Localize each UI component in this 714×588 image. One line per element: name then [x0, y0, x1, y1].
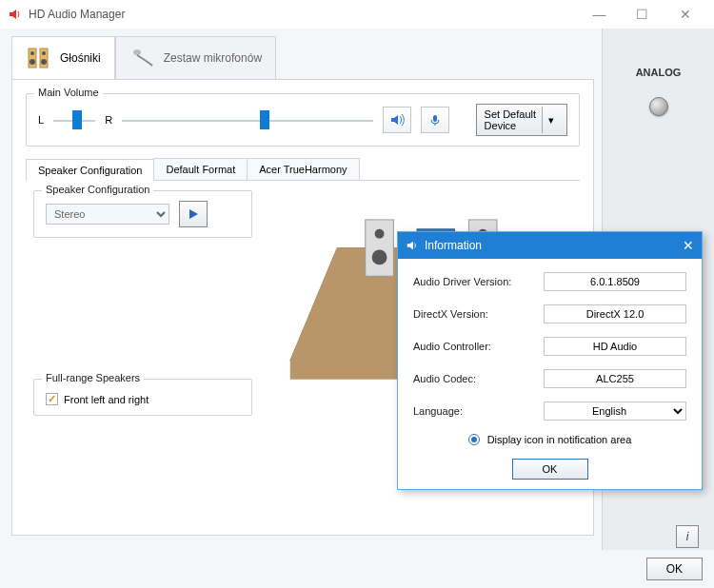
tab-default-format[interactable]: Default Format: [153, 158, 248, 180]
svg-point-3: [42, 51, 46, 55]
device-tab-mics[interactable]: Zestaw mikrofonów: [115, 36, 276, 79]
main-volume-legend: Main Volume: [34, 87, 103, 98]
main-ok-button[interactable]: OK: [646, 558, 703, 580]
balance-right-label: R: [105, 114, 112, 126]
chevron-down-icon[interactable]: ▾: [542, 107, 559, 133]
language-select[interactable]: English: [544, 402, 686, 421]
svg-point-14: [372, 250, 387, 265]
driver-version-label: Audio Driver Version:: [413, 276, 544, 287]
audio-codec-value: ALC255: [544, 369, 686, 388]
maximize-button[interactable]: ☐: [621, 7, 664, 22]
information-dialog: Information ✕ Audio Driver Version:6.0.1…: [397, 231, 703, 490]
close-button[interactable]: ✕: [664, 7, 706, 22]
svg-point-6: [133, 49, 141, 55]
front-lr-checkbox-row[interactable]: ✓ Front left and right: [46, 393, 240, 405]
svg-point-2: [30, 51, 34, 55]
svg-point-4: [30, 59, 35, 65]
app-speaker-icon: [8, 7, 23, 22]
svg-rect-10: [366, 220, 394, 276]
volume-icon: [389, 112, 405, 127]
window-title: HD Audio Manager: [29, 8, 125, 21]
device-tab-label: Głośniki: [60, 51, 101, 65]
dialog-ok-button[interactable]: OK: [512, 459, 588, 480]
tab-speaker-configuration[interactable]: Speaker Configuration: [26, 159, 154, 181]
mute-button[interactable]: [421, 107, 449, 133]
device-tab-label: Zestaw mikrofonów: [164, 51, 262, 65]
mic-mute-icon: [428, 113, 442, 127]
balance-slider[interactable]: [53, 108, 95, 131]
driver-version-value: 6.0.1.8509: [544, 272, 686, 291]
checkbox-checked-icon: ✓: [46, 393, 58, 405]
speaker-config-select[interactable]: Stereo: [46, 204, 169, 225]
analog-jack[interactable]: [649, 97, 668, 116]
svg-rect-7: [433, 115, 437, 122]
analog-label: ANALOG: [603, 67, 714, 78]
audio-controller-value: HD Audio: [544, 337, 686, 356]
audio-controller-label: Audio Controller:: [413, 341, 544, 352]
info-button[interactable]: i: [676, 525, 699, 548]
dialog-title: Information: [425, 239, 482, 252]
app-speaker-icon: [406, 239, 419, 252]
titlebar: HD Audio Manager — ☐ ✕: [0, 0, 714, 29]
svg-point-5: [41, 59, 47, 65]
tab-trueharmony[interactable]: Acer TrueHarmony: [247, 158, 359, 180]
speaker-config-legend: Speaker Configuration: [42, 184, 153, 195]
play-icon: [187, 207, 200, 221]
minimize-button[interactable]: —: [578, 7, 621, 22]
notification-label: Display icon in notification area: [487, 434, 632, 445]
balance-left-label: L: [38, 114, 44, 126]
directx-version-value: DirectX 12.0: [544, 304, 686, 323]
play-test-button[interactable]: [179, 201, 208, 227]
device-tab-speakers[interactable]: Głośniki: [11, 36, 115, 79]
set-default-button[interactable]: Set Default Device ▾: [476, 104, 567, 136]
dialog-close-button[interactable]: ✕: [683, 238, 694, 253]
volume-slider[interactable]: [122, 108, 373, 131]
sound-test-button[interactable]: [383, 107, 411, 133]
directx-version-label: DirectX Version:: [413, 308, 544, 320]
full-range-legend: Full-range Speakers: [42, 372, 144, 383]
microphone-icon: [129, 47, 156, 69]
language-label: Language:: [413, 405, 544, 417]
svg-point-12: [375, 229, 385, 239]
notification-radio[interactable]: [468, 434, 480, 445]
speakers-icon: [26, 47, 52, 69]
audio-codec-label: Audio Codec:: [413, 373, 544, 384]
